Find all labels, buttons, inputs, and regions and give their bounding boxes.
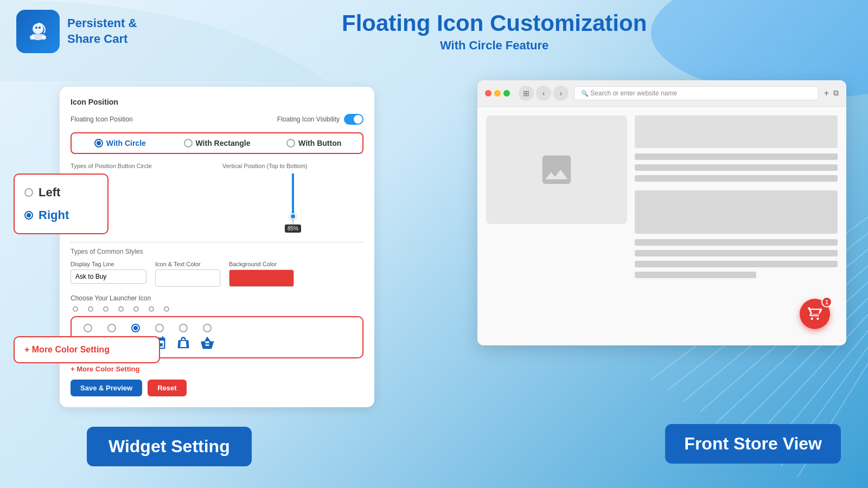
basket-icon <box>200 336 215 351</box>
right-radio[interactable] <box>24 211 33 220</box>
svg-point-13 <box>42 35 46 40</box>
browser-dots <box>485 90 510 97</box>
browser-toolbar: ⊞ ‹ › 🔍 Search or enter website name + ⧉ <box>477 80 846 107</box>
display-tag-field: Display Tag Line <box>71 261 146 284</box>
address-bar[interactable]: 🔍 Search or enter website name <box>574 86 819 100</box>
mini-radio-3[interactable] <box>103 306 108 312</box>
left-radio[interactable] <box>24 188 33 197</box>
icon-radio-3[interactable] <box>131 324 140 332</box>
more-color-btn[interactable]: + More Color Setting <box>71 365 363 373</box>
visibility-label: Floating Icon Visibility <box>277 115 340 123</box>
shape-selector: With Circle With Rectangle With Button <box>71 132 363 154</box>
header-title: Floating Icon Customization With Circle … <box>137 10 852 53</box>
floating-position-label: Floating Icon Position <box>71 115 133 123</box>
shape-circle[interactable]: With Circle <box>72 133 169 153</box>
bg-color-swatch[interactable] <box>229 269 294 287</box>
visibility-row: Floating Icon Visibility <box>277 114 363 125</box>
icon-radio-5[interactable] <box>179 324 188 332</box>
shape-rectangle[interactable]: With Rectangle <box>169 133 266 153</box>
mini-radio-6[interactable] <box>149 306 154 312</box>
mini-radio-4[interactable] <box>118 306 124 312</box>
widget-setting-label: Widget Setting <box>87 427 252 466</box>
product-image <box>486 115 627 224</box>
settings-card-title: Icon Position <box>71 98 363 106</box>
save-preview-button[interactable]: Save & Preview <box>71 380 142 396</box>
circle-label: With Circle <box>106 139 146 147</box>
shape-button[interactable]: With Button <box>265 133 362 153</box>
dot-green[interactable] <box>503 90 510 97</box>
mini-radio-1[interactable] <box>73 306 78 312</box>
bg-color-field: Background Color <box>229 261 294 287</box>
icon-text-color-swatch[interactable] <box>155 269 220 287</box>
content-line-1 <box>635 153 838 160</box>
page-subtitle: With Circle Feature <box>137 38 852 53</box>
cart-badge: 1 <box>821 297 832 307</box>
icon-radio-2[interactable] <box>107 324 116 332</box>
rectangle-radio[interactable] <box>184 139 193 147</box>
slider-tooltip: 85% <box>285 224 301 233</box>
bag-icon <box>176 336 191 351</box>
left-right-box: Left Right <box>14 174 108 234</box>
logo-box <box>16 10 60 53</box>
icon-text-color-label: Icon & Text Color <box>155 261 220 267</box>
nav-back-btn[interactable]: ‹ <box>536 86 551 101</box>
right-option[interactable]: Right <box>24 205 98 226</box>
reset-button[interactable]: Reset <box>148 380 186 396</box>
icon-text-color-field: Icon & Text Color <box>155 261 220 287</box>
mini-radio-7[interactable] <box>164 306 169 312</box>
content-line-6 <box>635 261 838 267</box>
dot-red[interactable] <box>485 90 492 97</box>
button-label: With Button <box>298 139 341 147</box>
page-title: Floating Icon Customization <box>137 10 852 36</box>
icon-radio-1[interactable] <box>84 324 92 332</box>
image-placeholder-icon <box>538 151 576 189</box>
mini-radio-2[interactable] <box>88 306 93 312</box>
launcher-icon-5[interactable] <box>176 324 191 351</box>
floating-cart-button[interactable]: 1 <box>800 299 830 329</box>
brand-name: Persistent & Share Cart <box>67 16 137 47</box>
browser-content: 1 <box>477 107 846 345</box>
svg-point-15 <box>39 27 41 29</box>
launcher-label: Choose Your Launcher Icon <box>71 294 363 302</box>
front-store-label: Front Store View <box>665 424 841 464</box>
nav-grid-btn[interactable]: ⊞ <box>519 86 534 101</box>
content-line-3 <box>635 175 838 182</box>
position-type-label: Types of Position Button Circle <box>71 163 212 169</box>
content-line-5 <box>635 250 838 256</box>
content-line-2 <box>635 164 838 171</box>
style-row: Display Tag Line Icon & Text Color Backg… <box>71 261 363 287</box>
content-line-7 <box>635 272 756 278</box>
browser-nav: ⊞ ‹ › <box>519 86 569 101</box>
button-radio[interactable] <box>286 139 295 147</box>
action-buttons: Save & Preview Reset <box>71 380 363 396</box>
svg-point-14 <box>35 27 37 29</box>
visibility-toggle[interactable] <box>344 114 363 125</box>
left-option[interactable]: Left <box>24 182 98 203</box>
browser-more[interactable]: ⧉ <box>833 88 839 98</box>
more-color-setting-box[interactable]: + More Color Setting <box>14 336 160 363</box>
product-section <box>486 115 627 337</box>
content-block-1 <box>635 115 838 148</box>
content-block-2 <box>635 190 838 234</box>
launcher-icon-6[interactable] <box>200 324 215 351</box>
common-styles-label: Types of Common Styles <box>71 242 363 255</box>
mini-radio-5[interactable] <box>133 306 139 312</box>
right-label: Right <box>39 208 69 222</box>
nav-forward-btn[interactable]: › <box>553 86 569 101</box>
svg-point-12 <box>30 35 34 40</box>
display-tag-input[interactable] <box>71 269 146 284</box>
browser-actions: + ⧉ <box>824 88 839 98</box>
browser-add-tab[interactable]: + <box>824 88 829 98</box>
display-tag-label: Display Tag Line <box>71 261 146 267</box>
icon-radio-4[interactable] <box>155 324 164 332</box>
address-placeholder: Search or enter website name <box>590 89 677 97</box>
browser-preview: ⊞ ‹ › 🔍 Search or enter website name + ⧉ <box>477 80 846 345</box>
circle-radio[interactable] <box>94 139 103 147</box>
left-label: Left <box>39 185 60 200</box>
more-color-text: + More Color Setting <box>24 345 110 354</box>
content-line-4 <box>635 239 838 246</box>
icon-radio-6[interactable] <box>203 324 212 332</box>
header: Persistent & Share Cart Floating Icon Cu… <box>0 0 868 63</box>
dot-yellow[interactable] <box>494 90 501 97</box>
rectangle-label: With Rectangle <box>196 139 251 147</box>
